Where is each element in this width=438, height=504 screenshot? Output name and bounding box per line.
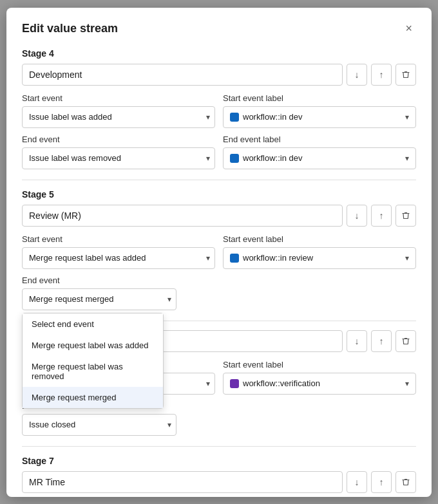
stage-4-start-label-color — [230, 113, 239, 122]
stage-5-start-label-select[interactable]: workflow::in review ▾ — [223, 247, 416, 269]
stage-4-move-down-button[interactable]: ↓ — [347, 64, 367, 86]
stage-4-name-input[interactable] — [22, 64, 343, 86]
stage-7-move-down-button[interactable]: ↓ — [347, 471, 367, 493]
stage-6-move-up-button[interactable]: ↑ — [371, 330, 392, 352]
stage-4-start-label-col: Start event label workflow::in dev ▾ — [223, 93, 416, 128]
stage-5-start-event-wrap: Merge request label was added ▾ — [22, 247, 215, 269]
divider-6-7 — [22, 446, 416, 447]
stage-7-delete-button[interactable] — [395, 471, 416, 493]
divider-4-5 — [22, 180, 416, 180]
stage-4-start-event-select[interactable]: Issue label was added — [22, 106, 215, 128]
stage-6-start-label-color — [230, 379, 239, 388]
stage-5-name-input[interactable] — [22, 205, 343, 227]
stage-4-end-label-chevron-icon: ▾ — [405, 154, 409, 163]
stage-5-end-event-select[interactable]: Merge request merged — [22, 288, 176, 310]
stage-4-start-event-wrap: Issue label was added ▾ — [22, 106, 215, 128]
stage-5-move-up-button[interactable]: ↑ — [371, 205, 392, 227]
stage-6-start-label-text: workflow::verification — [243, 378, 401, 388]
stage-7-name-row: ↓ ↑ — [22, 471, 416, 493]
stage-7-section: Stage 7 ↓ ↑ — [22, 456, 416, 493]
stage-4-start-event-col: Start event Issue label was added ▾ — [22, 93, 215, 128]
stage-4-events-row: Start event Issue label was added ▾ Star… — [22, 93, 416, 128]
dropdown-item-0[interactable]: Select end event — [23, 313, 163, 335]
stage-4-name-row: ↓ ↑ — [22, 64, 416, 86]
modal-title: Edit value stream — [22, 22, 118, 35]
stage-5-end-event-dropdown: Select end event Merge request label was… — [22, 313, 164, 409]
stage-4-move-up-button[interactable]: ↑ — [371, 64, 392, 86]
stage-5-move-down-button[interactable]: ↓ — [347, 205, 367, 227]
stage-4-end-label-text: workflow::in dev — [243, 153, 401, 163]
stage-5-start-label-text: workflow::in review — [243, 253, 401, 263]
stage-6-end-event-select[interactable]: Issue closed — [22, 414, 176, 436]
stage-4-start-label-text: workflow::in dev — [243, 112, 401, 122]
stage-6-move-down-button[interactable]: ↓ — [347, 330, 367, 352]
stage-4-label: Stage 4 — [22, 48, 416, 59]
stage-4-end-label-select[interactable]: workflow::in dev ▾ — [223, 147, 416, 169]
stage-5-section: Stage 5 ↓ ↑ Start event Merge request la… — [22, 189, 416, 310]
stage-4-delete-button[interactable] — [395, 64, 416, 86]
stage-5-start-event-select[interactable]: Merge request label was added — [22, 247, 215, 269]
stage-4-start-event-label: Start event — [22, 93, 215, 103]
dropdown-item-3[interactable]: Merge request merged — [23, 387, 163, 408]
stage-4-end-events-row: End event Issue label was removed ▾ End … — [22, 135, 416, 169]
stage-6-start-label-select[interactable]: workflow::verification ▾ — [223, 373, 416, 395]
stage-5-start-label-chevron-icon: ▾ — [405, 254, 409, 263]
stage-5-end-event-wrap: Merge request merged ▾ Select end event … — [22, 288, 176, 310]
stage-6-delete-button[interactable] — [395, 330, 416, 352]
stage-4-start-label-label: Start event label — [223, 93, 416, 103]
stage-6-end-event-wrap: Issue closed ▾ — [22, 414, 176, 436]
stage-5-end-event-label: End event — [22, 275, 416, 285]
stage-7-move-up-button[interactable]: ↑ — [371, 471, 392, 493]
stage-5-name-row: ↓ ↑ — [22, 205, 416, 227]
stage-5-delete-button[interactable] — [395, 205, 416, 227]
stage-4-section: Stage 4 ↓ ↑ Start event Issue label was … — [22, 48, 416, 169]
stage-4-end-event-wrap: Issue label was removed ▾ — [22, 147, 215, 169]
dropdown-item-1[interactable]: Merge request label was added — [23, 335, 163, 356]
close-button[interactable]: × — [401, 21, 416, 37]
stage-5-start-label-label: Start event label — [223, 234, 416, 244]
stage-6-start-label-label: Start event label — [223, 360, 416, 369]
stage-5-end-event-section: End event Merge request merged ▾ Select … — [22, 275, 416, 310]
stage-4-start-label-select[interactable]: workflow::in dev ▾ — [223, 106, 416, 128]
stage-5-events-row: Start event Merge request label was adde… — [22, 234, 416, 269]
stage-7-name-input[interactable] — [22, 471, 343, 493]
stage-4-end-label-col: End event label workflow::in dev ▾ — [223, 135, 416, 169]
stage-4-end-event-label: End event — [22, 135, 215, 144]
edit-value-stream-modal: Edit value stream × Stage 4 ↓ ↑ Start ev… — [6, 8, 432, 497]
stage-4-end-label-color — [230, 154, 239, 163]
stage-4-start-label-chevron-icon: ▾ — [405, 113, 409, 122]
stage-5-start-label-col: Start event label workflow::in review ▾ — [223, 234, 416, 269]
modal-header: Edit value stream × — [22, 21, 416, 37]
stage-5-label: Stage 5 — [22, 189, 416, 200]
stage-6-start-label-col: Start event label workflow::verification… — [223, 360, 416, 395]
stage-5-start-event-label: Start event — [22, 234, 215, 244]
stage-4-end-label-label: End event label — [223, 135, 416, 144]
stage-6-start-label-chevron-icon: ▾ — [405, 379, 409, 388]
stage-5-start-label-color — [230, 254, 239, 263]
stage-4-end-event-select[interactable]: Issue label was removed — [22, 147, 215, 169]
stage-7-label: Stage 7 — [22, 456, 416, 466]
stage-4-end-event-col: End event Issue label was removed ▾ — [22, 135, 215, 169]
dropdown-item-2[interactable]: Merge request label was removed — [23, 356, 163, 387]
stage-5-start-event-col: Start event Merge request label was adde… — [22, 234, 215, 269]
